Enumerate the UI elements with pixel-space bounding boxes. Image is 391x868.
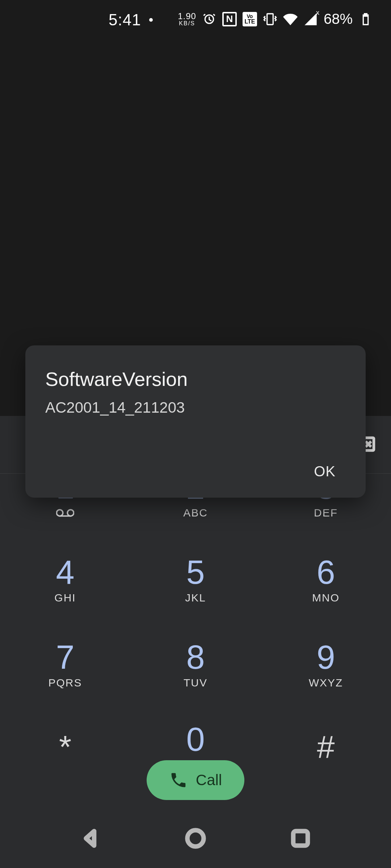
vibrate-icon (263, 12, 277, 26)
navigation-bar (0, 817, 391, 861)
call-button[interactable]: Call (147, 760, 244, 800)
key-7[interactable]: 7 PQRS (0, 622, 130, 707)
key-8[interactable]: 8 TUV (130, 622, 261, 707)
back-button[interactable] (80, 827, 101, 851)
battery-percentage: 68% (324, 11, 353, 27)
status-time: 5:41 (109, 11, 141, 29)
phone-icon (169, 771, 188, 790)
nfc-icon: N (222, 12, 237, 26)
svg-point-0 (56, 510, 63, 516)
status-bar: 5:41 1.90 KB/S N Vo LTE x 68% (0, 0, 391, 36)
key-9[interactable]: 9 WXYZ (261, 622, 391, 707)
dialog-body: AC2001_14_211203 (45, 399, 346, 416)
volte-icon: Vo LTE (243, 12, 257, 26)
voicemail-icon (56, 503, 74, 519)
alarm-icon (202, 12, 216, 26)
dialog-title: SoftwareVersion (45, 368, 346, 390)
battery-icon (358, 12, 373, 26)
key-star[interactable]: * (0, 707, 130, 787)
network-speed-indicator: 1.90 KB/S (178, 12, 196, 26)
svg-point-2 (188, 830, 204, 847)
dialog-ok-button[interactable]: OK (304, 460, 346, 483)
svg-rect-3 (293, 831, 308, 846)
dial-pad: 1 2 ABC 3 DEF 4 GHI 5 JKL 6 MNO 7 PQRS (0, 474, 391, 868)
key-6[interactable]: 6 MNO (261, 537, 391, 622)
wifi-icon (283, 12, 298, 26)
key-hash[interactable]: # (261, 707, 391, 787)
call-button-label: Call (196, 771, 222, 789)
key-4[interactable]: 4 GHI (0, 537, 130, 622)
software-version-dialog: SoftwareVersion AC2001_14_211203 OK (25, 345, 366, 498)
status-notification-dot (149, 18, 153, 22)
home-button[interactable] (185, 827, 206, 851)
svg-point-1 (67, 510, 74, 516)
key-5[interactable]: 5 JKL (130, 537, 261, 622)
recents-button[interactable] (290, 827, 311, 851)
cellular-signal-icon: x (303, 12, 318, 26)
